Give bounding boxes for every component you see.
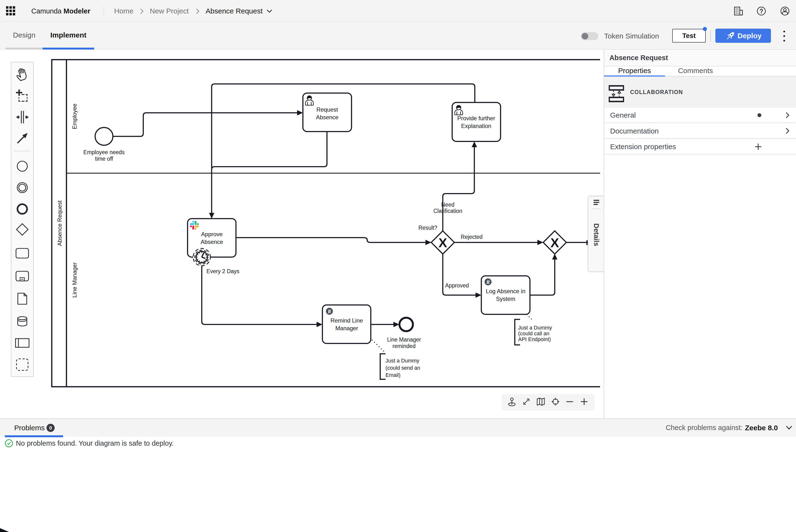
svg-text:R: R <box>486 279 490 285</box>
svg-text:Line Manager: Line Manager <box>387 337 421 343</box>
svg-text:Absence Request: Absence Request <box>56 200 63 246</box>
svg-text:R: R <box>327 308 331 314</box>
svg-text:Line Manager: Line Manager <box>71 262 78 298</box>
svg-text:X: X <box>550 235 559 250</box>
svg-text:Employee: Employee <box>71 104 78 129</box>
svg-text:Clarification: Clarification <box>433 208 462 214</box>
svg-text:Need: Need <box>441 202 455 208</box>
svg-text:Just a Dummy: Just a Dummy <box>385 358 419 364</box>
svg-text:Approved: Approved <box>445 282 469 289</box>
svg-text:Result?: Result? <box>418 225 437 231</box>
svg-text:Log Absence in: Log Absence in <box>486 288 525 294</box>
svg-text:(could send an: (could send an <box>385 365 420 371</box>
svg-text:time off: time off <box>95 156 113 162</box>
svg-text:Every 2 Days: Every 2 Days <box>206 268 239 274</box>
svg-text:(could call an: (could call an <box>518 330 549 337</box>
svg-text:Employee needs: Employee needs <box>83 149 125 155</box>
svg-text:Email): Email) <box>385 372 400 378</box>
svg-text:X: X <box>438 235 447 250</box>
svg-text:Rejected: Rejected <box>461 234 483 240</box>
svg-text:Request: Request <box>316 106 338 113</box>
svg-text:Absence: Absence <box>201 239 223 245</box>
svg-text:Just a Dummy: Just a Dummy <box>518 325 552 331</box>
svg-text:Remind Line: Remind Line <box>330 317 363 324</box>
svg-text:Absence: Absence <box>316 114 338 120</box>
svg-text:API Endpoint): API Endpoint) <box>518 336 551 342</box>
svg-text:Details: Details <box>593 223 600 246</box>
svg-text:Approve: Approve <box>201 231 222 238</box>
svg-text:System: System <box>496 296 515 302</box>
svg-text:reminded: reminded <box>393 343 416 349</box>
svg-text:Manager: Manager <box>336 325 358 331</box>
svg-text:Explanation: Explanation <box>461 123 491 129</box>
svg-text:Provide further: Provide further <box>457 115 495 121</box>
